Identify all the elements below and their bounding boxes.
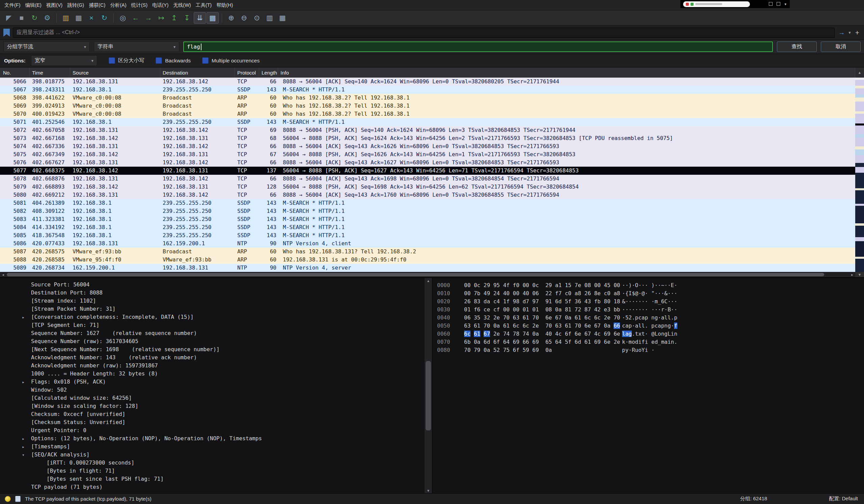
- packet-list-minimap[interactable]: [855, 77, 864, 272]
- packet-row[interactable]: 5075402.667349192.168.38.142192.168.38.1…: [0, 150, 855, 159]
- details-scrollbar-thumb[interactable]: [425, 361, 431, 430]
- menu-tools[interactable]: 工具(T): [193, 0, 214, 10]
- go-back-icon[interactable]: ←: [130, 12, 142, 24]
- hex-line[interactable]: 003001 f6 ce cf 00 00 01 01 08 0a 81 72 …: [437, 306, 864, 314]
- detail-line[interactable]: Urgent Pointer: 0: [0, 427, 424, 434]
- column-header-length[interactable]: Length: [259, 67, 278, 77]
- detail-line[interactable]: [Checksum Status: Unverified]: [0, 418, 424, 427]
- hex-line[interactable]: 00606c 61 67 2e 74 78 74 0a 40 4c 6f 6e …: [437, 330, 864, 338]
- detail-line[interactable]: Acknowledgment Number: 143 (relative ack…: [0, 354, 424, 361]
- menu-capture[interactable]: 捕获(C): [86, 0, 108, 10]
- packet-row[interactable]: 5074402.667336192.168.38.131192.168.38.1…: [0, 143, 855, 150]
- detail-line[interactable]: [Window size scaling factor: 128]: [0, 402, 424, 410]
- profile-name[interactable]: 配置: Default: [829, 495, 858, 502]
- column-header-destination[interactable]: Destination: [160, 67, 235, 77]
- menu-go[interactable]: 跳转(G): [65, 0, 86, 10]
- zoom-original-icon[interactable]: ⊙: [251, 12, 263, 24]
- go-to-packet-icon[interactable]: ↦: [155, 12, 167, 24]
- detail-line[interactable]: Checksum: 0xcecf [unverified]: [0, 410, 424, 418]
- packet-row[interactable]: 5082408.309122192.168.38.1239.255.255.25…: [0, 207, 855, 215]
- packet-row[interactable]: 5069399.024913VMware_c0:00:08BroadcastAR…: [0, 102, 855, 110]
- menu-edit[interactable]: 编辑(E): [23, 0, 44, 10]
- charset-select[interactable]: 宽窄 ▾: [31, 55, 97, 66]
- packet-row[interactable]: 5070400.019423VMware_c0:00:08BroadcastAR…: [0, 110, 855, 118]
- detail-line[interactable]: ▸Flags: 0x018 (PSH, ACK): [0, 378, 424, 386]
- menu-help[interactable]: 帮助(H): [214, 0, 235, 10]
- packet-row[interactable]: 5079402.668893192.168.38.142192.168.38.1…: [0, 183, 855, 191]
- detail-line[interactable]: 1000 .... = Header Length: 32 bytes (8): [0, 370, 424, 378]
- packet-row[interactable]: 5068398.441622VMware_c0:00:08BroadcastAR…: [0, 94, 855, 102]
- packet-row[interactable]: 5085418.367548192.168.38.1239.255.255.25…: [0, 231, 855, 239]
- recorder-pill[interactable]: [683, 1, 750, 7]
- packet-row[interactable]: 5071401.252546192.168.38.1239.255.255.25…: [0, 118, 855, 126]
- expander-icon[interactable]: ▸: [15, 435, 31, 443]
- detail-line[interactable]: [iRTT: 0.000273000 seconds]: [0, 459, 424, 467]
- column-header-no[interactable]: No.: [0, 67, 30, 77]
- horizontal-scrollbar[interactable]: ◂ ▸: [0, 272, 855, 277]
- hex-line[interactable]: 001000 7b 49 24 40 00 40 06 22 f7 c0 a8 …: [437, 290, 864, 297]
- menu-wireless[interactable]: 无线(W): [171, 0, 193, 10]
- detail-line[interactable]: Destination Port: 8088: [0, 289, 424, 297]
- display-filter-input[interactable]: 应用显示过滤器 ... <Ctrl-/>: [13, 28, 835, 38]
- menu-telephony[interactable]: 电话(Y): [150, 0, 171, 10]
- expander-icon[interactable]: ▸: [15, 378, 31, 386]
- packet-row[interactable]: 5083411.323381192.168.38.1239.255.255.25…: [0, 215, 855, 223]
- hex-line[interactable]: 008070 79 0a 52 75 6f 59 69 0a py·RuoYi …: [437, 346, 864, 354]
- filter-apply-icon[interactable]: →: [838, 29, 845, 36]
- multiple-occurrences-option[interactable]: Multiple occurrences: [202, 57, 260, 64]
- menu-file[interactable]: 文件(F): [2, 0, 23, 10]
- reload-file-icon[interactable]: ↻: [98, 12, 110, 24]
- display-columns-icon[interactable]: ▦: [276, 12, 289, 24]
- detail-line[interactable]: Sequence Number (raw): 3617034605: [0, 337, 424, 345]
- details-scroll-down-icon[interactable]: ▼: [424, 488, 432, 493]
- hex-line[interactable]: 000000 0c 29 95 4f f0 00 0c 29 a1 15 7e …: [437, 281, 864, 290]
- capture-restart-icon[interactable]: ↻: [28, 12, 40, 24]
- expander-icon[interactable]: ▸: [15, 443, 31, 451]
- packet-row[interactable]: 5072402.667058192.168.38.131192.168.38.1…: [0, 126, 855, 134]
- horizontal-scrollbar-thumb[interactable]: [7, 273, 824, 276]
- zoom-out-icon[interactable]: ⊖: [238, 12, 250, 24]
- case-sensitive-checkbox[interactable]: [109, 57, 115, 64]
- hex-line[interactable]: 002026 83 da c4 1f 98 d7 97 91 6d 5f 36 …: [437, 297, 864, 306]
- menu-statistics[interactable]: 统计(S): [129, 0, 150, 10]
- capture-options-icon[interactable]: ⚙: [41, 12, 53, 24]
- packet-row[interactable]: 5073402.667168192.168.38.142192.168.38.1…: [0, 134, 855, 143]
- packet-row[interactable]: 5081404.261389192.168.38.1239.255.255.25…: [0, 199, 855, 207]
- column-header-source[interactable]: Source: [70, 67, 160, 77]
- find-search-input[interactable]: flag: [183, 41, 773, 52]
- vertical-scrollbar[interactable]: ▲ ▼: [855, 67, 864, 277]
- hex-line[interactable]: 004006 35 32 2e 70 63 61 70 6e 67 0a 61 …: [437, 314, 864, 322]
- auto-scroll-icon[interactable]: ⇊: [194, 12, 206, 24]
- capture-stop-icon[interactable]: ■: [15, 12, 28, 24]
- packet-row[interactable]: 5088420.268585VMware_95:4f:f0VMware_ef:9…: [0, 256, 855, 264]
- colorize-icon[interactable]: ▩: [206, 12, 219, 24]
- detail-line[interactable]: ▸Options: (12 bytes), No-Operation (NOP)…: [0, 434, 424, 443]
- packet-row[interactable]: 5076402.667627192.168.38.131192.168.38.1…: [0, 159, 855, 167]
- find-type-select[interactable]: 字符串 ▾: [94, 41, 179, 52]
- packet-row[interactable]: 5077402.668375192.168.38.142192.168.38.1…: [0, 167, 855, 175]
- detail-line[interactable]: Acknowledgment number (raw): 1597391867: [0, 361, 424, 370]
- packet-row[interactable]: 5086420.077433192.168.38.131162.159.200.…: [0, 239, 855, 248]
- packet-row[interactable]: 5067398.243311192.168.38.1239.255.255.25…: [0, 86, 855, 94]
- capture-comment-icon[interactable]: [15, 496, 21, 502]
- overlay-window-icon[interactable]: [769, 2, 772, 6]
- open-file-icon[interactable]: ▥: [60, 12, 72, 24]
- cancel-button[interactable]: 取消: [821, 41, 861, 52]
- hex-line[interactable]: 005063 61 70 0a 61 6c 6c 2e 70 63 61 70 …: [437, 322, 864, 330]
- detail-line[interactable]: ▾[SEQ/ACK analysis]: [0, 451, 424, 459]
- detail-line[interactable]: [Stream Packet Number: 31]: [0, 305, 424, 313]
- go-last-icon[interactable]: ↧: [181, 12, 193, 24]
- overlay-stop-icon[interactable]: [777, 2, 780, 6]
- backwards-checkbox[interactable]: [156, 57, 162, 64]
- filter-add-icon[interactable]: +: [854, 29, 861, 37]
- details-scrollbar[interactable]: ▲ ▼: [424, 278, 432, 493]
- filter-bookmark-icon[interactable]: [3, 29, 10, 37]
- go-forward-icon[interactable]: →: [142, 12, 155, 24]
- packet-row[interactable]: 5084414.334192192.168.38.1239.255.255.25…: [0, 223, 855, 231]
- scroll-right-icon[interactable]: ▸: [849, 273, 855, 277]
- packet-row[interactable]: 5087420.268575VMware_ef:93:bbBroadcastAR…: [0, 248, 855, 256]
- detail-line[interactable]: Window: 502: [0, 386, 424, 394]
- scroll-up-icon[interactable]: ▲: [855, 67, 864, 77]
- find-target-select[interactable]: 分组字节流 ▾: [3, 41, 90, 52]
- detail-line[interactable]: [Bytes in flight: 71]: [0, 467, 424, 475]
